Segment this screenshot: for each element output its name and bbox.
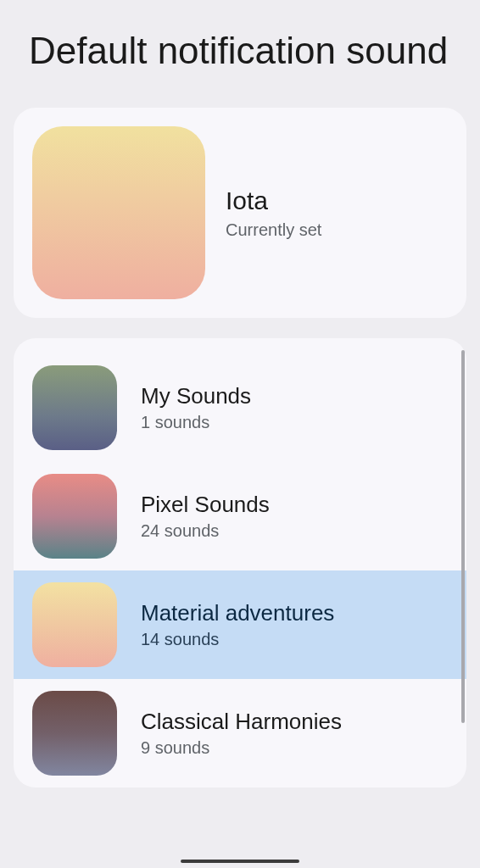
category-item-pixel[interactable]: Pixel Sounds 24 sounds [14,462,466,570]
category-thumbnail [32,365,117,450]
category-thumbnail [32,474,117,559]
page-title: Default notification sound [0,0,480,94]
current-sound-card[interactable]: Iota Currently set [14,108,466,318]
sound-category-list: My Sounds 1 sounds Pixel Sounds 24 sound… [14,338,466,787]
category-count: 24 sounds [141,521,270,541]
current-sound-thumbnail [32,126,205,299]
category-info: Pixel Sounds 24 sounds [141,492,270,541]
category-item-material[interactable]: Material adventures 14 sounds [14,570,466,679]
category-name: Material adventures [141,600,334,626]
category-thumbnail [32,582,117,667]
category-count: 9 sounds [141,738,342,758]
category-name: My Sounds [141,383,251,409]
category-item-mysounds[interactable]: My Sounds 1 sounds [14,353,466,462]
current-sound-status: Currently set [226,220,321,240]
current-sound-name: Iota [226,186,321,215]
category-thumbnail [32,691,117,776]
category-count: 1 sounds [141,413,251,432]
current-sound-info: Iota Currently set [226,186,321,240]
home-indicator[interactable] [181,860,299,863]
category-name: Classical Harmonies [141,709,342,735]
category-info: Material adventures 14 sounds [141,600,334,649]
category-item-classical[interactable]: Classical Harmonies 9 sounds [14,679,466,787]
category-info: Classical Harmonies 9 sounds [141,709,342,758]
category-name: Pixel Sounds [141,492,270,518]
category-info: My Sounds 1 sounds [141,383,251,432]
scrollbar[interactable] [461,350,465,723]
category-count: 14 sounds [141,630,334,649]
